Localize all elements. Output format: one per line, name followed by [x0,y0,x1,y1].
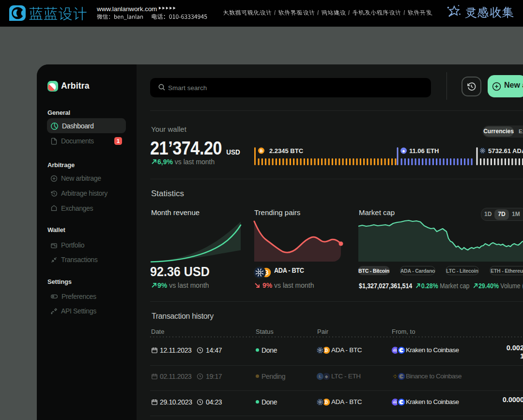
svg-text:◆: ◆ [324,374,328,379]
svg-text:₿: ₿ [324,348,328,353]
svg-text:◆: ◆ [402,149,405,153]
svg-text:Ł: Ł [319,374,322,379]
svg-text:₿: ₿ [324,400,328,404]
svg-text:₿: ₿ [260,149,263,153]
